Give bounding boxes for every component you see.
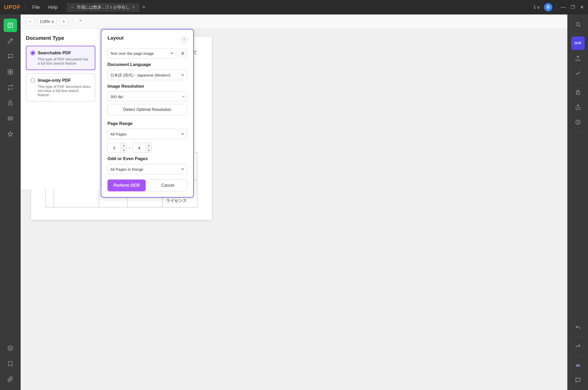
- active-tab[interactable]: ✏ 市場には数多...フトが存在し ×: [67, 3, 139, 12]
- tab-area: ✏ 市場には数多...フトが存在し × +: [67, 3, 529, 12]
- right-icon-redo[interactable]: [571, 340, 585, 353]
- svg-rect-6: [8, 72, 10, 74]
- svg-line-11: [579, 25, 580, 27]
- sidebar-icon-comment[interactable]: [4, 50, 17, 63]
- page-range-select[interactable]: All Pages Custom Range: [107, 129, 187, 139]
- doc-language-label: Document Language: [107, 62, 187, 67]
- svg-rect-4: [8, 70, 10, 72]
- layout-title: Layout: [107, 35, 123, 41]
- right-icon-chat[interactable]: [571, 373, 585, 387]
- page-indicator[interactable]: 1 ∨: [533, 5, 540, 10]
- image-resolution-label: Image Resolution: [107, 84, 187, 89]
- doc-type-searchable-name: Searchable PDF: [38, 50, 71, 56]
- tab-label: 市場には数多...フトが存在し: [77, 5, 130, 10]
- content-area: − 118% ∨ + ⌃ 市場には数多くの PDF 編集ソフトが存在し、ユーザー…: [21, 14, 567, 390]
- doc-language-wrap: 日本語 (現代) - Japanese (Modern) English Chi…: [107, 70, 187, 80]
- svg-rect-7: [11, 72, 13, 74]
- zoom-dropdown-icon: ∨: [51, 19, 54, 24]
- action-buttons: Perform OCR Cancel: [107, 179, 187, 191]
- right-sidebar-separator-4: [573, 337, 583, 337]
- svg-rect-12: [576, 92, 579, 94]
- minimize-button[interactable]: —: [561, 4, 566, 10]
- layout-settings-button[interactable]: ⚙: [178, 49, 187, 58]
- sidebar-icon-stamp[interactable]: [4, 96, 17, 110]
- page-from-up[interactable]: ▲: [121, 143, 127, 148]
- doc-type-title: Document Type: [26, 35, 95, 41]
- doc-type-searchable-option[interactable]: Searchable PDF This type of PDF document…: [26, 46, 95, 70]
- sidebar-icon-bookmark[interactable]: [4, 357, 17, 370]
- right-icon-share[interactable]: [571, 100, 585, 114]
- layout-header: Layout ?: [107, 35, 187, 44]
- right-sidebar: OCR: [567, 14, 588, 390]
- page-dropdown-icon: ∨: [537, 5, 540, 10]
- right-sidebar-separator-5: [573, 356, 583, 356]
- sidebar-icon-read[interactable]: [4, 19, 17, 32]
- right-sidebar-separator-1: [573, 34, 583, 34]
- right-sidebar-separator-3: [573, 131, 583, 132]
- collapse-button[interactable]: ⌃: [76, 18, 85, 26]
- odd-even-select[interactable]: All Pages in Range Odd Pages Only Even P…: [107, 164, 187, 174]
- odd-even-section: Odd or Even Pages All Pages in Range Odd…: [107, 156, 187, 174]
- page-to-input[interactable]: [133, 146, 146, 150]
- detect-optimal-resolution-button[interactable]: Detect Optimal Resolution: [107, 104, 187, 115]
- right-icon-ocr[interactable]: OCR: [571, 36, 585, 50]
- right-sidebar-separator-2: [573, 82, 583, 83]
- page-to-down[interactable]: ▼: [146, 148, 152, 153]
- page-number: 1: [533, 5, 536, 10]
- close-button[interactable]: ✕: [580, 4, 584, 10]
- tab-close-button[interactable]: ×: [132, 5, 135, 10]
- tab-edit-icon: ✏: [71, 5, 74, 9]
- doc-language-select[interactable]: 日本語 (現代) - Japanese (Modern) English Chi…: [107, 70, 187, 80]
- left-sidebar: [0, 14, 21, 390]
- right-icon-protect[interactable]: [571, 85, 585, 99]
- main-layout: − 118% ∨ + ⌃ 市場には数多くの PDF 編集ソフトが存在し、ユーザー…: [0, 14, 588, 390]
- toolbar: − 118% ∨ + ⌃: [21, 14, 567, 29]
- sidebar-icon-layers[interactable]: [4, 341, 17, 355]
- document-type-panel: Document Type Searchable PDF This type o…: [21, 29, 101, 189]
- maximize-button[interactable]: ❐: [571, 4, 575, 10]
- doc-type-searchable-radio[interactable]: [30, 51, 35, 55]
- page-to-up[interactable]: ▲: [146, 143, 152, 148]
- zoom-percent: 118%: [40, 19, 50, 24]
- layout-select[interactable]: Text over the page image Text under the …: [107, 48, 176, 58]
- doc-type-imageonly-radio[interactable]: [30, 78, 35, 83]
- user-avatar[interactable]: B: [544, 3, 552, 11]
- svg-rect-9: [8, 119, 13, 120]
- page-range-label: Page Range: [107, 121, 187, 126]
- zoom-out-button[interactable]: −: [26, 18, 34, 26]
- sidebar-icon-attachment[interactable]: [4, 372, 17, 386]
- resolution-select[interactable]: 72 dpi 150 dpi 300 dpi 600 dpi: [107, 92, 187, 101]
- odd-even-label: Odd or Even Pages: [107, 156, 187, 161]
- sidebar-icon-convert[interactable]: [4, 81, 17, 94]
- right-icon-check[interactable]: [571, 66, 585, 80]
- doc-type-imageonly-option[interactable]: Image-only PDF This type of PDF document…: [26, 73, 95, 102]
- right-icon-clock[interactable]: [571, 115, 585, 129]
- page-inputs: ▲ ▼ - ▲ ▼: [107, 143, 187, 153]
- menu-file[interactable]: File: [29, 4, 43, 11]
- sidebar-icon-redact[interactable]: [4, 112, 17, 125]
- page-range-section: Page Range All Pages Custom Range ▲ ▼: [107, 121, 187, 153]
- right-icon-search[interactable]: [571, 18, 585, 31]
- zoom-value-display[interactable]: 118% ∨: [37, 18, 57, 26]
- sidebar-icon-plugin[interactable]: [4, 127, 17, 141]
- titlebar-menu: File Help: [29, 4, 61, 11]
- doc-type-imageonly-name: Image-only PDF: [38, 78, 71, 83]
- page-from-input[interactable]: [108, 146, 121, 150]
- perform-ocr-button[interactable]: Perform OCR: [107, 179, 146, 191]
- doc-type-searchable-desc: This type of PDF document has a full tex…: [38, 57, 91, 65]
- new-tab-button[interactable]: +: [139, 3, 149, 12]
- sidebar-icon-edit[interactable]: [4, 34, 17, 48]
- right-icon-rainbow[interactable]: [571, 358, 585, 372]
- doc-type-searchable-header: Searchable PDF: [30, 50, 91, 56]
- page-from-down[interactable]: ▼: [121, 148, 127, 153]
- menu-help[interactable]: Help: [45, 4, 61, 11]
- titlebar-right: 1 ∨ B — ❐ ✕: [533, 3, 584, 11]
- zoom-in-button[interactable]: +: [60, 18, 68, 26]
- right-icon-undo[interactable]: [571, 321, 585, 334]
- right-icon-export[interactable]: [571, 51, 585, 65]
- window-controls: — ❐ ✕: [561, 4, 584, 10]
- cancel-button[interactable]: Cancel: [148, 179, 187, 191]
- help-icon[interactable]: ?: [181, 37, 187, 43]
- sidebar-icon-organize[interactable]: [4, 65, 17, 79]
- svg-rect-5: [11, 70, 13, 72]
